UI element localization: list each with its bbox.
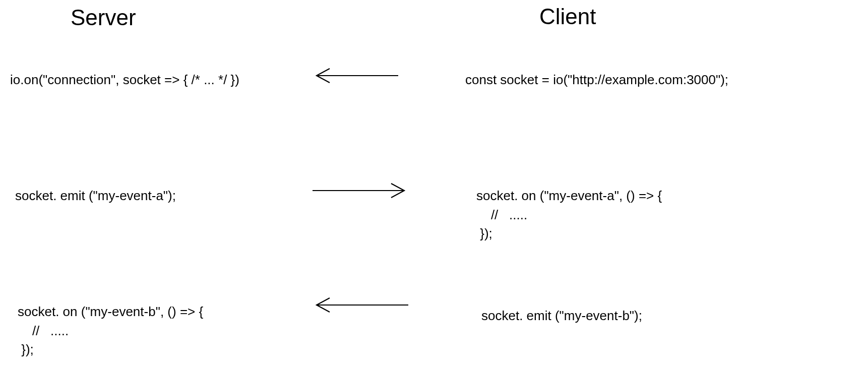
server-code-row1: io.on("connection", socket => { /* ... *…: [10, 71, 239, 90]
client-code-row1: const socket = io("http://example.com:30…: [465, 71, 728, 90]
client-code-row2: socket. on ("my-event-a", () => { // ...…: [476, 187, 662, 243]
heading-client: Client: [539, 4, 596, 29]
heading-server: Server: [71, 5, 136, 30]
client-code-row3: socket. emit ("my-event-b");: [481, 307, 642, 326]
diagram-canvas: Server Client io.on("connection", socket…: [0, 0, 868, 366]
arrow-right-icon: [307, 180, 413, 201]
server-code-row3: socket. on ("my-event-b", () => { // ...…: [18, 302, 203, 359]
arrow-left-icon: [307, 295, 413, 315]
arrow-left-icon: [307, 66, 403, 86]
server-code-row2: socket. emit ("my-event-a");: [15, 187, 176, 206]
